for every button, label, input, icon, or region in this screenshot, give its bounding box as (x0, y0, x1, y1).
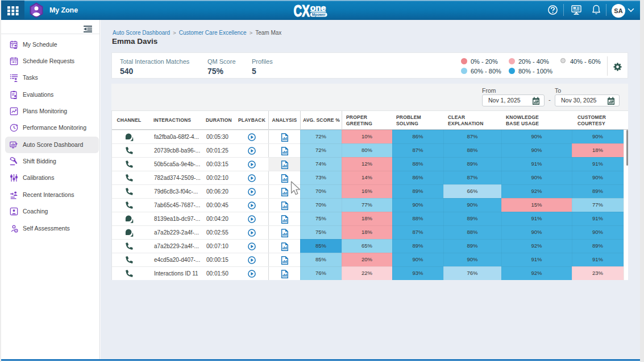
svg-text:one: one (310, 4, 326, 13)
svg-text:Mpower: Mpower (312, 13, 326, 17)
svg-text:CX: CX (294, 4, 310, 17)
